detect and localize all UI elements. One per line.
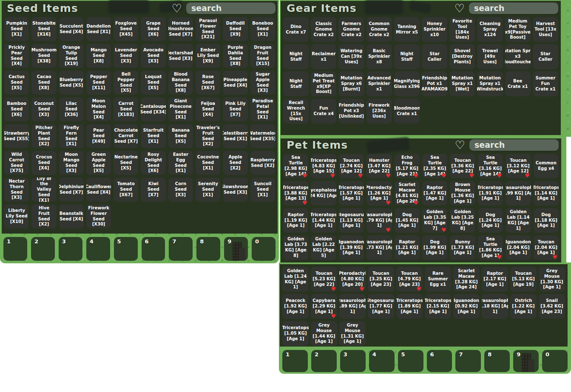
pet-item-tile[interactable]: Parasaurolophus [1.99 KG] [Age 1] [506, 181, 531, 206]
seed-item-tile[interactable]: Loquat Seed [X5] [141, 71, 165, 95]
gear-item-tile[interactable]: Common Gnome Crate x2 [366, 17, 392, 42]
gear-item-tile[interactable]: Bloodmoon Crate x1 [394, 99, 420, 124]
seed-item-tile[interactable]: Strawberry Seed [X55] [4, 124, 29, 148]
pet-item-tile[interactable]: Common Egg x4 [534, 154, 559, 178]
pet-item-tile[interactable]: Triceratops [4.83 KG] [Age 15]♥ [311, 154, 336, 178]
gear-item-tile[interactable]: Summer Fun Crate x1 [533, 71, 558, 96]
seed-item-tile[interactable]: Mushroom Seed [X38] [31, 44, 56, 68]
gear-item-tile[interactable]: Classic Gnome Crate x2 [311, 17, 336, 42]
seed-item-tile[interactable]: Nectar Thorn Seed [X3] [4, 178, 29, 202]
seed-item-tile[interactable]: Lily of the Valley Seed [X1] [31, 178, 56, 202]
gear-item-tile[interactable]: Fun Crate x4 [311, 99, 336, 124]
hotbar-slot-3[interactable]: 3 [340, 350, 366, 372]
hotbar-slot-4[interactable]: 4 [86, 237, 110, 261]
seed-item-tile[interactable]: Grape Seed [X6] [141, 17, 165, 41]
hotbar-slot-2[interactable]: 2 [31, 237, 55, 261]
gear-item-tile[interactable]: Basic Sprinkler x8 [366, 44, 392, 69]
gear-item-tile[interactable]: Night Staff [394, 44, 420, 69]
seed-item-tile[interactable]: Nectarine Seed [X5] [114, 151, 138, 175]
favorites-filter-heart-icon[interactable]: ♡ [455, 3, 465, 14]
pet-item-tile[interactable]: Scarlet Macaw [3.28 KG] [Age 24] [453, 267, 480, 292]
pet-item-tile[interactable]: Pterodactyl [4.80 KG] [Age 20]♥ [339, 267, 366, 292]
seed-item-tile[interactable]: Firework Flower Seed [X30] [86, 204, 111, 228]
pet-item-tile[interactable]: Sea Turtle [1.86 KG] [Age 1]♥ [478, 235, 503, 260]
hotbar-slot-2[interactable]: 2 [311, 350, 337, 372]
favorites-filter-heart-icon[interactable]: ♡ [172, 3, 182, 14]
hotbar-slot-1[interactable]: 1 [3, 237, 27, 261]
gear-item-tile[interactable]: Star Caller [422, 44, 447, 69]
pet-item-tile[interactable]: Dog [1.18 KG] [Age 1] [534, 208, 559, 233]
pet-item-tile[interactable]: Toucan [5.23 KG] [Age 22]♥ [311, 267, 337, 292]
seed-item-tile[interactable]: Coconut Seed [X3] [31, 97, 56, 121]
seed-item-tile[interactable]: Cauliflower Seed [X4] [86, 178, 111, 202]
seed-item-tile[interactable]: Tomato Seed [X67] [114, 178, 138, 202]
pet-item-tile[interactable]: Parasaurolophus [1.89 KG] [Age 1] [339, 294, 366, 319]
gear-item-tile[interactable]: Magnifying Glass x396 [394, 71, 420, 96]
seed-item-tile[interactable]: Crocus Seed [X4] [31, 151, 56, 175]
pet-item-tile[interactable]: Golden Lab [1.24 KG] [Age 1] [282, 267, 309, 292]
hotbar-slot-6[interactable]: 6 [142, 237, 165, 261]
gear-item-tile[interactable]: Firework [236x Uses] [366, 99, 392, 124]
pet-item-tile[interactable]: Stegosaurus [1.77 KG] [Age 1] [368, 294, 394, 319]
hotbar-slot-3[interactable]: 3 [59, 237, 82, 261]
favorites-filter-heart-icon[interactable]: ♡ [455, 139, 465, 151]
pet-item-tile[interactable]: Golden Lab [2.22 KG] [Age 5] [311, 235, 336, 260]
seed-item-tile[interactable]: Liberty Lily Seed [X10] [4, 204, 29, 228]
pet-item-tile[interactable]: Dog [1.99 KG] [Age 1] [422, 235, 447, 260]
pet-item-tile[interactable]: Raptor [1.47 KG] [Age 1] [422, 181, 447, 206]
pet-item-tile[interactable]: Snail [3.62 KG] [Age 23] [539, 294, 565, 319]
seed-item-tile[interactable]: Sugar Apple Seed [X3] [250, 71, 275, 95]
pet-item-tile[interactable]: Golden Lab [3.73 KG] [Age 8] [283, 235, 308, 260]
seed-item-tile[interactable]: Cacao Seed [X8] [31, 71, 56, 95]
gear-item-tile[interactable]: Mutation Spray x3 [Cloudtouched] [505, 44, 531, 69]
pet-item-tile[interactable]: Iguanodon [0.92 KG] [Age 1] [453, 294, 480, 319]
seed-item-tile[interactable]: Beanstalk Seed [X4] [59, 204, 84, 228]
seed-item-tile[interactable]: Suncoil Seed [X1] [250, 178, 275, 202]
pet-item-tile[interactable]: Triceratops [1.89 KG] [Age 1] [396, 294, 423, 319]
pet-item-tile[interactable]: Bunny [1.73 KG] [Age 1] [450, 235, 475, 260]
seed-item-tile[interactable]: Cantaloupe Seed [X34] [141, 97, 165, 121]
seed-item-tile[interactable]: Ember Lily Seed [X9] [196, 44, 220, 68]
gear-search-input[interactable] [469, 3, 558, 14]
seed-item-tile[interactable]: Succulent Seed [X4] [59, 17, 84, 41]
hotbar-slot-9[interactable]: 9 [224, 237, 248, 261]
hotbar-slot-8[interactable]: 8 [484, 350, 510, 372]
pet-item-tile[interactable]: Dog [1.45 KG] [Age 1] [395, 208, 420, 233]
seed-item-tile[interactable]: Orange Tulip Seed [X19] [59, 44, 84, 68]
hotbar-slot-5[interactable]: 5 [114, 237, 138, 261]
hotbar-slot-0[interactable]: 0 [252, 237, 276, 261]
gear-item-tile[interactable]: Friendship Pot x3 [Unlinked] [338, 99, 364, 124]
gear-item-tile[interactable]: Honey Sprinkler x10 [422, 17, 447, 42]
seed-item-tile[interactable]: Starfruit Seed [X1] [141, 124, 165, 148]
hotbar-slot-7[interactable]: 7 [169, 237, 193, 261]
seed-item-tile[interactable]: Daffodil Seed [X9] [223, 17, 247, 41]
gear-item-tile[interactable]: Advanced Sprinkler x1 [366, 71, 392, 96]
pet-item-tile[interactable]: Toucan [4.79 KG] [Age 23]♥ [396, 267, 423, 292]
seed-item-tile[interactable]: Chocolate Carrot Seed [X7] [114, 124, 138, 148]
seed-search-input[interactable] [186, 3, 276, 14]
gear-item-tile[interactable]: Reclaimer x1 [311, 44, 336, 69]
pet-item-tile[interactable]: Peacock [1.92 KG] [Age 1] [282, 294, 309, 319]
gear-item-tile[interactable]: Recall Wrench [15x Uses] [283, 99, 309, 124]
pet-item-tile[interactable]: Toucan [3.36 KG] [Age 22]♥ [450, 154, 475, 178]
pet-item-tile[interactable]: Sea Turtle [2.35 KG] [Age 14]♥ [422, 154, 447, 178]
seed-item-tile[interactable]: Cactus Seed [X5] [4, 71, 29, 95]
seed-item-tile[interactable]: Rose Seed [X67] [196, 71, 220, 95]
pet-item-tile[interactable]: Ostrich [1.22 KG] [Age 1] [510, 294, 537, 319]
pet-item-tile[interactable]: Raptor [2.17 KG] [Age 1] [482, 267, 508, 292]
gear-item-tile[interactable]: Harvest Tool [13x Uses] [533, 17, 558, 42]
seed-item-tile[interactable]: Avocado Seed [X3] [141, 44, 165, 68]
pet-item-tile[interactable]: Golden Lab [1.14 KG] [Age 1] [506, 208, 531, 233]
pet-item-tile[interactable]: Triceratops [1.05 KG] [Age 1] [282, 321, 309, 346]
seed-item-tile[interactable]: Raspberry Seed [X2] [250, 151, 275, 175]
seed-item-tile[interactable]: Pepper Seed [X11] [86, 71, 111, 95]
pet-item-tile[interactable]: Toucan [3.25 KG] [Age 23] [368, 267, 394, 292]
seed-item-tile[interactable]: Kiwi Seed [X7] [141, 178, 165, 202]
seed-item-tile[interactable]: Celestiberry Seed [X1] [223, 124, 247, 148]
pet-item-tile[interactable]: Hamster [3.47 KG] [Age 22]♥ [366, 154, 392, 178]
seed-item-tile[interactable]: Purple Dahlia Seed [X8] [223, 44, 247, 68]
seed-item-tile[interactable]: Delphinium Seed [X7] [59, 178, 84, 202]
pet-item-tile[interactable]: Iguanodon [1.39 KG] [Age 1] [339, 235, 364, 260]
pet-item-tile[interactable]: Iguanodon [2.04 KG] [Age 1] [506, 235, 531, 260]
hotbar-slot-9[interactable]: 9 [513, 350, 539, 372]
